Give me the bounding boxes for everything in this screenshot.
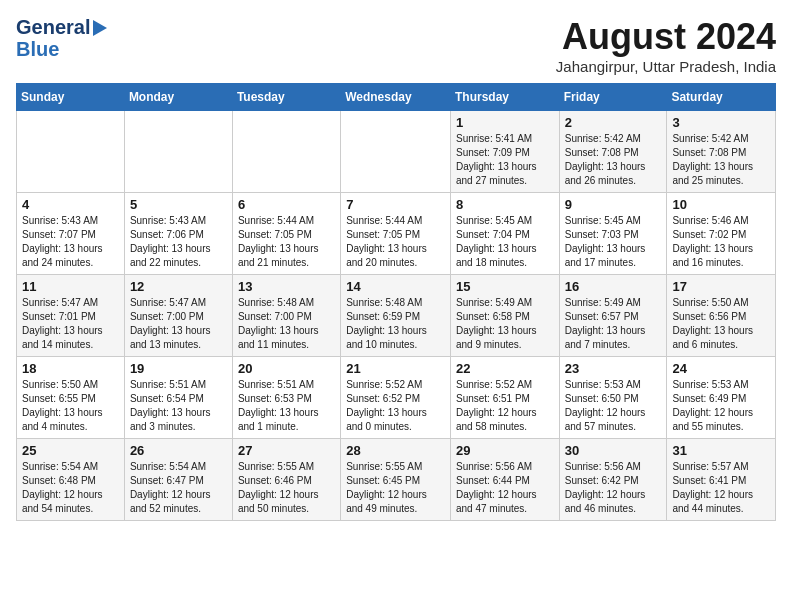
day-number: 7: [346, 197, 445, 212]
day-number: 12: [130, 279, 227, 294]
day-number: 11: [22, 279, 119, 294]
day-cell: 27Sunrise: 5:55 AM Sunset: 6:46 PM Dayli…: [232, 439, 340, 521]
day-info: Sunrise: 5:41 AM Sunset: 7:09 PM Dayligh…: [456, 132, 554, 188]
day-number: 2: [565, 115, 662, 130]
day-cell: [124, 111, 232, 193]
location-subtitle: Jahangirpur, Uttar Pradesh, India: [556, 58, 776, 75]
day-info: Sunrise: 5:48 AM Sunset: 7:00 PM Dayligh…: [238, 296, 335, 352]
day-number: 10: [672, 197, 770, 212]
day-cell: 6Sunrise: 5:44 AM Sunset: 7:05 PM Daylig…: [232, 193, 340, 275]
header-cell-monday: Monday: [124, 84, 232, 111]
title-block: August 2024 Jahangirpur, Uttar Pradesh, …: [556, 16, 776, 75]
day-info: Sunrise: 5:56 AM Sunset: 6:44 PM Dayligh…: [456, 460, 554, 516]
day-cell: 25Sunrise: 5:54 AM Sunset: 6:48 PM Dayli…: [17, 439, 125, 521]
day-cell: 22Sunrise: 5:52 AM Sunset: 6:51 PM Dayli…: [450, 357, 559, 439]
week-row-1: 1Sunrise: 5:41 AM Sunset: 7:09 PM Daylig…: [17, 111, 776, 193]
day-number: 24: [672, 361, 770, 376]
day-number: 14: [346, 279, 445, 294]
day-info: Sunrise: 5:45 AM Sunset: 7:04 PM Dayligh…: [456, 214, 554, 270]
day-info: Sunrise: 5:45 AM Sunset: 7:03 PM Dayligh…: [565, 214, 662, 270]
logo-general: General: [16, 16, 90, 38]
day-number: 27: [238, 443, 335, 458]
day-number: 6: [238, 197, 335, 212]
day-cell: 24Sunrise: 5:53 AM Sunset: 6:49 PM Dayli…: [667, 357, 776, 439]
day-cell: 16Sunrise: 5:49 AM Sunset: 6:57 PM Dayli…: [559, 275, 667, 357]
day-number: 23: [565, 361, 662, 376]
day-cell: 14Sunrise: 5:48 AM Sunset: 6:59 PM Dayli…: [341, 275, 451, 357]
week-row-4: 18Sunrise: 5:50 AM Sunset: 6:55 PM Dayli…: [17, 357, 776, 439]
day-cell: 20Sunrise: 5:51 AM Sunset: 6:53 PM Dayli…: [232, 357, 340, 439]
day-info: Sunrise: 5:52 AM Sunset: 6:52 PM Dayligh…: [346, 378, 445, 434]
day-cell: 28Sunrise: 5:55 AM Sunset: 6:45 PM Dayli…: [341, 439, 451, 521]
day-cell: 29Sunrise: 5:56 AM Sunset: 6:44 PM Dayli…: [450, 439, 559, 521]
header-row: SundayMondayTuesdayWednesdayThursdayFrid…: [17, 84, 776, 111]
day-info: Sunrise: 5:47 AM Sunset: 7:01 PM Dayligh…: [22, 296, 119, 352]
day-info: Sunrise: 5:56 AM Sunset: 6:42 PM Dayligh…: [565, 460, 662, 516]
month-year-title: August 2024: [556, 16, 776, 58]
day-cell: 13Sunrise: 5:48 AM Sunset: 7:00 PM Dayli…: [232, 275, 340, 357]
day-number: 13: [238, 279, 335, 294]
day-cell: 4Sunrise: 5:43 AM Sunset: 7:07 PM Daylig…: [17, 193, 125, 275]
day-number: 30: [565, 443, 662, 458]
day-cell: 17Sunrise: 5:50 AM Sunset: 6:56 PM Dayli…: [667, 275, 776, 357]
day-cell: 21Sunrise: 5:52 AM Sunset: 6:52 PM Dayli…: [341, 357, 451, 439]
header-cell-sunday: Sunday: [17, 84, 125, 111]
day-cell: 12Sunrise: 5:47 AM Sunset: 7:00 PM Dayli…: [124, 275, 232, 357]
day-number: 5: [130, 197, 227, 212]
logo-arrow-icon: [93, 20, 107, 36]
day-cell: 7Sunrise: 5:44 AM Sunset: 7:05 PM Daylig…: [341, 193, 451, 275]
day-number: 28: [346, 443, 445, 458]
day-cell: 10Sunrise: 5:46 AM Sunset: 7:02 PM Dayli…: [667, 193, 776, 275]
logo-blue: Blue: [16, 38, 107, 60]
day-info: Sunrise: 5:53 AM Sunset: 6:49 PM Dayligh…: [672, 378, 770, 434]
day-number: 9: [565, 197, 662, 212]
day-info: Sunrise: 5:43 AM Sunset: 7:06 PM Dayligh…: [130, 214, 227, 270]
day-info: Sunrise: 5:57 AM Sunset: 6:41 PM Dayligh…: [672, 460, 770, 516]
day-number: 25: [22, 443, 119, 458]
day-info: Sunrise: 5:43 AM Sunset: 7:07 PM Dayligh…: [22, 214, 119, 270]
day-info: Sunrise: 5:47 AM Sunset: 7:00 PM Dayligh…: [130, 296, 227, 352]
day-info: Sunrise: 5:51 AM Sunset: 6:53 PM Dayligh…: [238, 378, 335, 434]
logo: General Blue: [16, 16, 107, 60]
day-info: Sunrise: 5:50 AM Sunset: 6:56 PM Dayligh…: [672, 296, 770, 352]
day-cell: 11Sunrise: 5:47 AM Sunset: 7:01 PM Dayli…: [17, 275, 125, 357]
day-cell: 2Sunrise: 5:42 AM Sunset: 7:08 PM Daylig…: [559, 111, 667, 193]
day-info: Sunrise: 5:44 AM Sunset: 7:05 PM Dayligh…: [238, 214, 335, 270]
day-cell: 15Sunrise: 5:49 AM Sunset: 6:58 PM Dayli…: [450, 275, 559, 357]
day-cell: 5Sunrise: 5:43 AM Sunset: 7:06 PM Daylig…: [124, 193, 232, 275]
day-cell: 9Sunrise: 5:45 AM Sunset: 7:03 PM Daylig…: [559, 193, 667, 275]
week-row-2: 4Sunrise: 5:43 AM Sunset: 7:07 PM Daylig…: [17, 193, 776, 275]
day-number: 31: [672, 443, 770, 458]
day-number: 3: [672, 115, 770, 130]
day-info: Sunrise: 5:53 AM Sunset: 6:50 PM Dayligh…: [565, 378, 662, 434]
day-number: 19: [130, 361, 227, 376]
day-cell: 31Sunrise: 5:57 AM Sunset: 6:41 PM Dayli…: [667, 439, 776, 521]
day-info: Sunrise: 5:42 AM Sunset: 7:08 PM Dayligh…: [672, 132, 770, 188]
day-info: Sunrise: 5:54 AM Sunset: 6:47 PM Dayligh…: [130, 460, 227, 516]
day-number: 26: [130, 443, 227, 458]
header-cell-tuesday: Tuesday: [232, 84, 340, 111]
day-number: 18: [22, 361, 119, 376]
day-number: 15: [456, 279, 554, 294]
day-cell: 8Sunrise: 5:45 AM Sunset: 7:04 PM Daylig…: [450, 193, 559, 275]
day-info: Sunrise: 5:44 AM Sunset: 7:05 PM Dayligh…: [346, 214, 445, 270]
day-number: 20: [238, 361, 335, 376]
day-cell: [17, 111, 125, 193]
day-cell: 1Sunrise: 5:41 AM Sunset: 7:09 PM Daylig…: [450, 111, 559, 193]
day-info: Sunrise: 5:55 AM Sunset: 6:46 PM Dayligh…: [238, 460, 335, 516]
day-cell: 19Sunrise: 5:51 AM Sunset: 6:54 PM Dayli…: [124, 357, 232, 439]
calendar-table: SundayMondayTuesdayWednesdayThursdayFrid…: [16, 83, 776, 521]
day-number: 22: [456, 361, 554, 376]
day-number: 8: [456, 197, 554, 212]
day-number: 17: [672, 279, 770, 294]
day-number: 29: [456, 443, 554, 458]
header-cell-saturday: Saturday: [667, 84, 776, 111]
day-info: Sunrise: 5:52 AM Sunset: 6:51 PM Dayligh…: [456, 378, 554, 434]
day-number: 16: [565, 279, 662, 294]
day-number: 1: [456, 115, 554, 130]
day-info: Sunrise: 5:54 AM Sunset: 6:48 PM Dayligh…: [22, 460, 119, 516]
day-cell: 18Sunrise: 5:50 AM Sunset: 6:55 PM Dayli…: [17, 357, 125, 439]
day-info: Sunrise: 5:50 AM Sunset: 6:55 PM Dayligh…: [22, 378, 119, 434]
calendar-body: 1Sunrise: 5:41 AM Sunset: 7:09 PM Daylig…: [17, 111, 776, 521]
header-cell-thursday: Thursday: [450, 84, 559, 111]
